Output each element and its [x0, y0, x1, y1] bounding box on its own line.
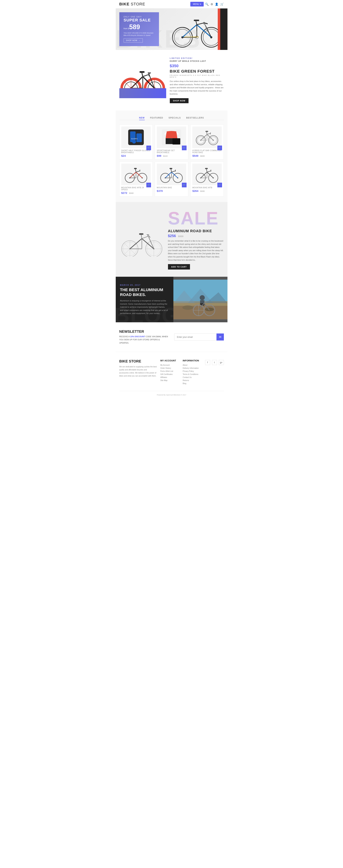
hero-from: from $589 — [124, 23, 155, 31]
product-card: GLOVES 🛒 SHORT HALF FINGER GLOVES BREATH… — [119, 124, 153, 159]
product-image — [192, 163, 222, 185]
svg-rect-74 — [134, 168, 137, 169]
footer-copyright: Powered By OpenCart BikeStore © 2017 — [119, 391, 224, 396]
newsletter-form: ✉ — [174, 334, 224, 341]
sale-bike-image — [119, 222, 164, 256]
footer-link-privacy[interactable]: Privacy Policy — [183, 370, 201, 372]
product-card: 🛒 SPORTSWEAR SET BREATHABLE $99 $119 — [155, 124, 188, 159]
sale-price: $256 — [168, 234, 176, 238]
menu-label: MENU — [193, 3, 199, 5]
product-tabs: NEW FEATURED SPECIALS BESTSELLERS — [119, 116, 224, 120]
add-to-cart-button[interactable]: 🛒 — [218, 146, 222, 150]
hero-side-strip-red — [218, 8, 220, 50]
footer-link-gift-certificates[interactable]: Gift Certificates — [161, 373, 179, 375]
search-icon[interactable]: 🔍 — [205, 2, 209, 6]
tab-specials[interactable]: SPECIALS — [169, 116, 181, 120]
add-to-cart-button[interactable]: ADD TO CART — [168, 264, 190, 270]
product-price: $272 — [121, 191, 127, 194]
footer-link-affiliates[interactable]: Affiliates — [161, 376, 179, 378]
svg-line-71 — [136, 171, 140, 172]
footer-link-my-account[interactable]: My Account — [161, 364, 179, 366]
footer-link-returns[interactable]: Returns — [183, 379, 201, 381]
twitter-icon[interactable]: t — [212, 360, 217, 365]
product-old-price: $119 — [163, 155, 167, 157]
hero-shop-now-button[interactable]: SHOP NOW → — [124, 38, 143, 42]
blog-desc: Aluminium is enjoying a resurgence of in… — [120, 299, 169, 315]
cart-icon[interactable]: 🛒 — [220, 2, 224, 6]
site-logo: BIKE STORE — [119, 2, 145, 6]
logo-normal: STORE — [130, 2, 145, 6]
product-image — [157, 163, 186, 185]
fat-bike-bg — [119, 88, 166, 98]
svg-line-55 — [201, 134, 207, 140]
footer-account-col: MY ACCOUNT My Account Order History Find… — [161, 359, 179, 385]
svg-point-126 — [205, 308, 214, 311]
footer-link-sitemap[interactable]: Site Map — [161, 379, 179, 381]
svg-line-92 — [207, 172, 213, 178]
svg-line-97 — [206, 169, 207, 172]
limited-tag: LIMITED EDITION! — [170, 57, 224, 59]
svg-line-118 — [148, 236, 154, 249]
footer-link-blog[interactable]: Blog — [183, 382, 201, 384]
svg-line-112 — [142, 239, 154, 249]
add-to-cart-button[interactable]: 🛒 — [146, 146, 151, 150]
newsletter-email-input[interactable] — [174, 334, 217, 341]
limited-desc: Our online shop is the best place to buy… — [170, 80, 224, 96]
hero-from-label: from $ — [124, 27, 129, 30]
svg-line-79 — [165, 172, 172, 178]
gear-icon[interactable]: ⚙ — [210, 2, 213, 6]
tab-new[interactable]: NEW — [139, 116, 145, 120]
newsletter-desc-normal: RECEIVE A — [119, 336, 130, 338]
svg-line-95 — [207, 171, 211, 172]
tab-featured[interactable]: FEATURED — [150, 116, 163, 120]
hero-desc: Trinx M237 XPLODE 27.5 650b Mountain Bik… — [124, 32, 155, 36]
svg-rect-123 — [173, 305, 227, 319]
add-to-cart-button[interactable]: 🛒 — [182, 183, 187, 187]
newsletter-desc: RECEIVE A 10% DISCOUNT CODE VIA EMAIL WH… — [119, 335, 169, 345]
newsletter-submit-button[interactable]: ✉ — [217, 334, 224, 341]
limited-text: LIMITED EDITION! HURRY UP WHILE STOCKS L… — [170, 57, 224, 103]
limited-section: LIMITED EDITION! HURRY UP WHILE STOCKS L… — [116, 50, 227, 111]
user-icon[interactable]: 👤 — [215, 2, 219, 6]
products-grid: GLOVES 🛒 SHORT HALF FINGER GLOVES BREATH… — [119, 124, 224, 196]
svg-line-111 — [130, 239, 142, 249]
svg-line-7 — [197, 25, 211, 37]
footer-link-terms[interactable]: Terms & Conditions — [183, 373, 201, 375]
svg-point-125 — [182, 306, 193, 310]
tab-bestsellers[interactable]: BESTSELLERS — [186, 116, 204, 120]
footer-link-about[interactable]: About — [183, 364, 201, 366]
add-to-cart-button[interactable]: 🛒 — [146, 183, 151, 187]
add-to-cart-button[interactable]: 🛒 — [218, 183, 222, 187]
add-to-cart-button[interactable]: 🛒 — [182, 146, 187, 150]
product-old-price: $340 — [129, 192, 133, 194]
hero-super-sale: SUPER SALE — [124, 18, 155, 23]
footer-link-wishlist[interactable]: Find a Wish List — [161, 370, 179, 372]
product-old-price: $330 — [200, 190, 205, 192]
footer-link-contact[interactable]: Contact Us — [183, 376, 201, 378]
facebook-icon[interactable]: f — [205, 360, 210, 365]
newsletter-text: NEWSLETTER RECEIVE A 10% DISCOUNT CODE V… — [119, 330, 169, 345]
limited-bike-image — [119, 62, 166, 98]
limited-subtitle2: FRAMED MINNESOTA 3.0 FAT BIKE BLACK RED … — [170, 74, 224, 78]
footer-link-order-history[interactable]: Order History — [161, 367, 179, 369]
svg-line-91 — [201, 172, 207, 178]
footer-link-delivery[interactable]: Delivery Information — [183, 367, 201, 369]
blog-text: BLOG MARCH 29, 2017 THE BEST ALUMINIUM R… — [116, 277, 173, 322]
hero-only-one: ONLY ONE DAY! — [124, 16, 155, 18]
footer-about-col: BIKE STORE We are dedicated to supplying… — [119, 359, 157, 385]
product-price: $370 — [157, 189, 163, 192]
limited-shop-now-button[interactable]: SHOP NOW — [170, 98, 189, 103]
product-card: 🛒 HYBRID FLAT BAR COMMUTER ROAD BIKE $54… — [190, 124, 224, 159]
svg-line-67 — [130, 172, 136, 178]
sale-old-price: $320 — [178, 235, 183, 238]
svg-rect-34 — [140, 71, 145, 73]
googleplus-icon[interactable]: g+ — [219, 360, 224, 365]
hero-side-strip — [220, 8, 227, 50]
menu-button[interactable]: MENU ▾ — [190, 2, 203, 6]
hero-text-box: ONLY ONE DAY! SUPER SALE from $589 Trinx… — [119, 12, 159, 46]
add-to-cart-label: ADD TO CART — [171, 266, 187, 268]
svg-line-29 — [143, 74, 149, 76]
newsletter-title: NEWSLETTER — [119, 330, 169, 334]
limited-title: BIKE GREEN FOREST — [170, 69, 224, 74]
products-section: NEW FEATURED SPECIALS BESTSELLERS GLOVES… — [116, 111, 227, 202]
